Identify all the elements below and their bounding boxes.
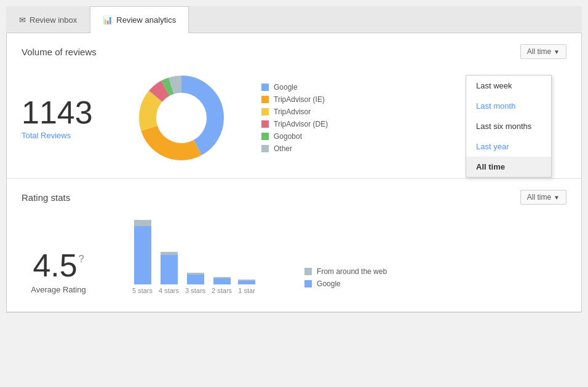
volume-title: Volume of reviews <box>22 47 97 57</box>
avg-label: Average Rating <box>31 285 85 294</box>
bar-2stars: 2 stars <box>212 277 232 294</box>
volume-dropdown-button[interactable]: All time ▼ <box>520 44 566 59</box>
volume-dropdown-menu: Last week Last month Last six months Las… <box>466 75 552 178</box>
bar-5stars-stack <box>134 220 151 284</box>
legend-google-label: Google <box>274 83 298 92</box>
bar-4stars: 4 stars <box>159 252 179 294</box>
donut-legend: Google TripAdvisor (IE) TripAdvisor Trip… <box>261 83 328 153</box>
tab-analytics-label: Review analytics <box>116 15 176 25</box>
dropdown-item-last-month[interactable]: Last month <box>466 96 551 116</box>
dropdown-item-last-year[interactable]: Last year <box>466 136 551 157</box>
volume-header: Volume of reviews All time ▼ Last week L… <box>22 44 566 59</box>
volume-dropdown-label: All time <box>527 47 551 56</box>
legend-tripadvisor-de-label: TripAdvisor (DE) <box>274 120 328 128</box>
bar-5stars-label: 5 stars <box>132 287 153 294</box>
rating-legend-google-label: Google <box>317 280 341 288</box>
volume-section: Volume of reviews All time ▼ Last week L… <box>7 33 581 179</box>
tab-review-inbox[interactable]: ✉ Review inbox <box>6 6 90 33</box>
legend-gogobot: Gogobot <box>261 132 328 141</box>
web-color <box>304 268 312 275</box>
total-reviews-block: 1143 Total Reviews <box>22 96 108 140</box>
total-number: 1143 <box>22 96 108 128</box>
avg-number: 4.5 ? <box>33 249 84 281</box>
bar-4stars-stack <box>161 252 178 284</box>
inbox-icon: ✉ <box>19 15 26 25</box>
bar-3stars-stack <box>187 273 204 284</box>
question-icon: ? <box>79 254 84 264</box>
tripadvisor-de-color <box>261 120 269 128</box>
rating-title: Rating stats <box>22 192 70 203</box>
legend-tripadvisor-label: TripAdvisor <box>274 108 311 116</box>
bar-1star-label: 1 star <box>238 287 255 294</box>
content-area: Volume of reviews All time ▼ Last week L… <box>6 33 582 313</box>
rating-legend-web: From around the web <box>304 267 387 276</box>
tab-bar: ✉ Review inbox 📊 Review analytics <box>6 6 582 33</box>
tripadvisor-ie-color <box>261 96 269 103</box>
google-color <box>261 84 269 91</box>
tab-inbox-label: Review inbox <box>30 15 77 25</box>
analytics-icon: 📊 <box>103 15 113 25</box>
bar-5stars: 5 stars <box>132 220 153 294</box>
dropdown-item-last-six-months[interactable]: Last six months <box>466 116 551 136</box>
donut-svg <box>132 69 231 167</box>
bar-2stars-google <box>213 278 231 284</box>
bar-3stars-label: 3 stars <box>185 287 205 294</box>
dropdown-item-all-time[interactable]: All time <box>466 157 551 177</box>
legend-other-label: Other <box>274 144 292 153</box>
bar-chart: 5 stars 4 stars <box>132 221 255 294</box>
rating-dropdown-label: All time <box>527 193 551 201</box>
bar-1star: 1 star <box>238 280 255 294</box>
gogobot-color <box>261 133 269 140</box>
bar-3stars: 3 stars <box>185 273 205 294</box>
bar-4stars-google <box>161 255 178 284</box>
legend-other: Other <box>261 144 328 153</box>
rating-section: Rating stats All time ▼ 4.5 ? Average Ra… <box>7 179 581 312</box>
legend-gogobot-label: Gogobot <box>274 132 302 141</box>
bar-1star-google <box>238 281 255 284</box>
avg-rating-block: 4.5 ? Average Rating <box>22 249 95 294</box>
rating-header: Rating stats All time ▼ <box>22 190 566 205</box>
bar-5stars-web <box>134 220 151 226</box>
legend-google: Google <box>261 83 328 92</box>
bar-2stars-stack <box>213 277 231 284</box>
bar-3stars-google <box>187 275 204 284</box>
bar-2stars-label: 2 stars <box>212 287 232 294</box>
chevron-down-icon-rating: ▼ <box>554 194 560 201</box>
donut-chart <box>132 69 231 167</box>
google-rating-color <box>304 280 312 287</box>
rating-content: 4.5 ? Average Rating 5 stars <box>22 214 566 300</box>
bar-4stars-label: 4 stars <box>159 287 179 294</box>
rating-legend: From around the web Google <box>304 267 387 288</box>
svg-point-6 <box>158 95 205 141</box>
total-label: Total Reviews <box>22 131 108 140</box>
dropdown-item-last-week[interactable]: Last week <box>466 76 551 96</box>
chevron-down-icon: ▼ <box>554 49 560 55</box>
legend-tripadvisor-ie-label: TripAdvisor (IE) <box>274 95 325 104</box>
bar-5stars-google <box>134 226 151 284</box>
rating-legend-google: Google <box>304 280 387 288</box>
tripadvisor-color <box>261 108 269 115</box>
legend-tripadvisor-ie: TripAdvisor (IE) <box>261 95 328 104</box>
legend-tripadvisor: TripAdvisor <box>261 108 328 116</box>
rating-legend-web-label: From around the web <box>317 267 387 276</box>
other-color <box>261 145 269 152</box>
bar-1star-stack <box>238 280 255 284</box>
rating-dropdown-button[interactable]: All time ▼ <box>520 190 566 205</box>
avg-value: 4.5 <box>33 249 77 281</box>
tab-review-analytics[interactable]: 📊 Review analytics <box>90 6 189 33</box>
legend-tripadvisor-de: TripAdvisor (DE) <box>261 120 328 128</box>
